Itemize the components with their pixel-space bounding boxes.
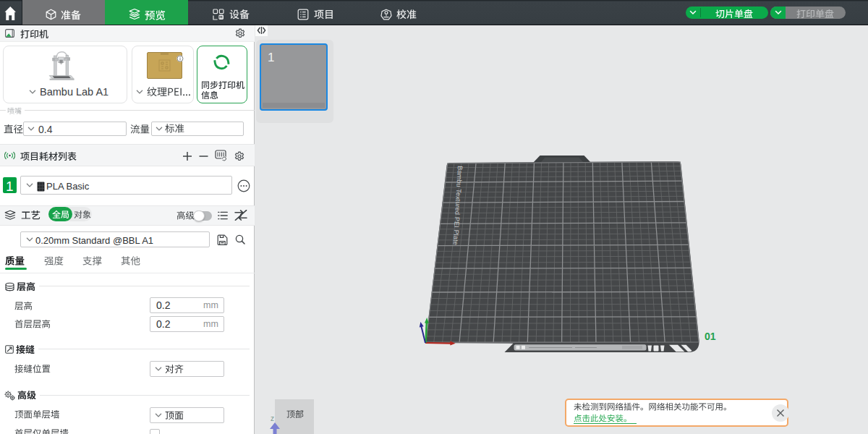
svg-text:01: 01	[705, 331, 716, 342]
